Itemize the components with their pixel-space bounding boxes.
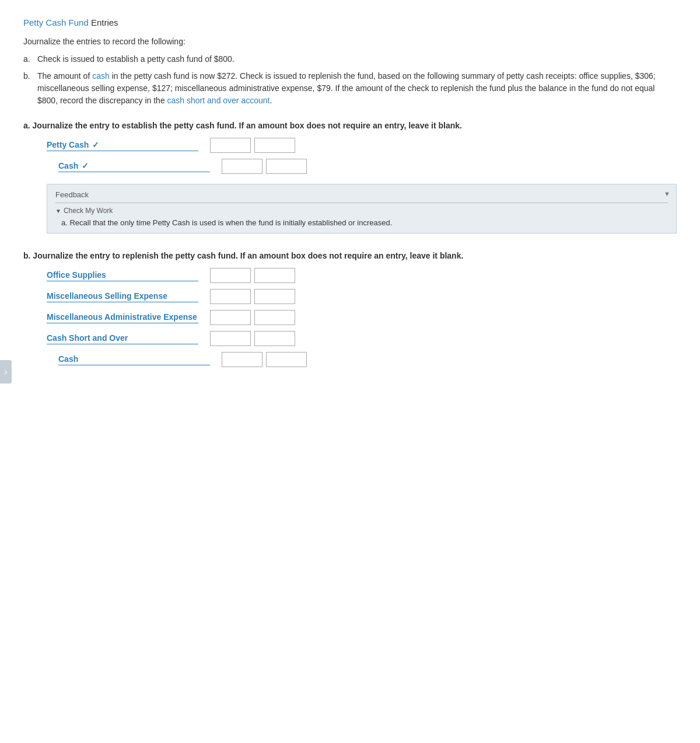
feedback-dropdown-icon[interactable]: ▼: [664, 190, 670, 197]
misc-admin-account: Miscellaneous Administrative Expense: [47, 312, 198, 323]
cash-short-account: Cash Short and Over: [47, 333, 198, 344]
section-b-label: b.: [23, 251, 30, 260]
table-row: Cash Short and Over: [47, 330, 677, 347]
problem-b: b. The amount of cash in the petty cash …: [23, 70, 677, 107]
office-supplies-account: Office Supplies: [47, 270, 198, 281]
cash-inputs-a: [222, 159, 307, 174]
table-row: Miscellaneous Administrative Expense: [47, 309, 677, 326]
section-b-table: Office Supplies Miscellaneous Selling Ex…: [47, 267, 677, 368]
problem-b-text: The amount of cash in the petty cash fun…: [37, 70, 677, 107]
feedback-box: Feedback ▼ ▼ Check My Work a. Recall tha…: [47, 184, 677, 233]
section-b-instruction: Journalize the entry to replenish the pe…: [33, 251, 463, 260]
section-a-table: Petty Cash ✓ Cash ✓: [47, 137, 677, 175]
cash-credit-a[interactable]: [266, 159, 307, 174]
problem-a-label: a.: [23, 53, 35, 65]
cash-check-icon: ✓: [82, 161, 89, 170]
table-row: Miscellaneous Selling Expense: [47, 288, 677, 305]
cash-credit-b[interactable]: [266, 352, 307, 367]
cash-short-inputs: [210, 331, 295, 346]
problem-a: a. Check is issued to establish a petty …: [23, 53, 677, 65]
misc-admin-credit[interactable]: [254, 310, 295, 325]
problem-list: a. Check is issued to establish a petty …: [23, 53, 677, 107]
title-rest: Entries: [89, 18, 118, 27]
table-row: Cash: [58, 351, 677, 368]
table-row: Office Supplies: [47, 267, 677, 284]
petty-cash-inputs: [210, 138, 295, 153]
misc-admin-inputs: [210, 310, 295, 325]
petty-cash-credit[interactable]: [254, 138, 295, 153]
feedback-content: a. Recall that the only time Petty Cash …: [61, 218, 668, 227]
cash-label-a: Cash: [58, 161, 78, 170]
cash-account-a: Cash ✓: [58, 161, 210, 172]
misc-selling-inputs: [210, 289, 295, 304]
cash-inputs-b: [222, 352, 307, 367]
cash-short-debit[interactable]: [210, 331, 251, 346]
misc-selling-debit[interactable]: [210, 289, 251, 304]
cash-debit-b[interactable]: [222, 352, 262, 367]
cash-debit-a[interactable]: [222, 159, 262, 174]
misc-selling-account: Miscellaneous Selling Expense: [47, 291, 198, 302]
petty-cash-check-icon: ✓: [92, 140, 99, 149]
problem-b-label: b.: [23, 70, 35, 107]
section-a-instruction: Journalize the entry to establish the pe…: [33, 121, 462, 130]
misc-admin-debit[interactable]: [210, 310, 251, 325]
section-b-header: b. Journalize the entry to replenish the…: [23, 251, 677, 260]
misc-selling-label: Miscellaneous Selling Expense: [47, 291, 167, 301]
intro-text: Journalize the entries to record the fol…: [23, 37, 677, 46]
table-row: Petty Cash ✓: [47, 137, 677, 154]
problem-a-text: Check is issued to establish a petty cas…: [37, 53, 235, 65]
check-my-work[interactable]: ▼ Check My Work: [55, 207, 668, 215]
triangle-icon: ▼: [55, 208, 61, 214]
petty-cash-account: Petty Cash ✓: [47, 140, 198, 151]
page-title: Petty Cash Fund Entries: [23, 18, 677, 27]
misc-admin-label: Miscellaneous Administrative Expense: [47, 312, 197, 322]
check-my-work-label: Check My Work: [64, 207, 113, 215]
office-supplies-credit[interactable]: [254, 268, 295, 283]
cash-short-credit[interactable]: [254, 331, 295, 346]
title-highlight: Petty Cash Fund: [23, 18, 89, 27]
office-supplies-debit[interactable]: [210, 268, 251, 283]
office-supplies-inputs: [210, 268, 295, 283]
cash-short-highlight: cash short and over account: [167, 96, 270, 105]
cash-short-label: Cash Short and Over: [47, 333, 128, 343]
section-a-label: a.: [23, 121, 30, 130]
table-row: Cash ✓: [58, 158, 677, 175]
cash-highlight: cash: [92, 71, 110, 81]
petty-cash-label: Petty Cash: [47, 140, 89, 149]
petty-cash-debit[interactable]: [210, 138, 251, 153]
nav-prev-arrow[interactable]: ›: [0, 360, 12, 383]
cash-account-b: Cash: [58, 354, 210, 365]
misc-selling-credit[interactable]: [254, 289, 295, 304]
office-supplies-label: Office Supplies: [47, 270, 106, 280]
cash-label-b: Cash: [58, 354, 78, 364]
section-a-header: a. Journalize the entry to establish the…: [23, 121, 677, 130]
feedback-label: Feedback ▼: [55, 190, 668, 203]
